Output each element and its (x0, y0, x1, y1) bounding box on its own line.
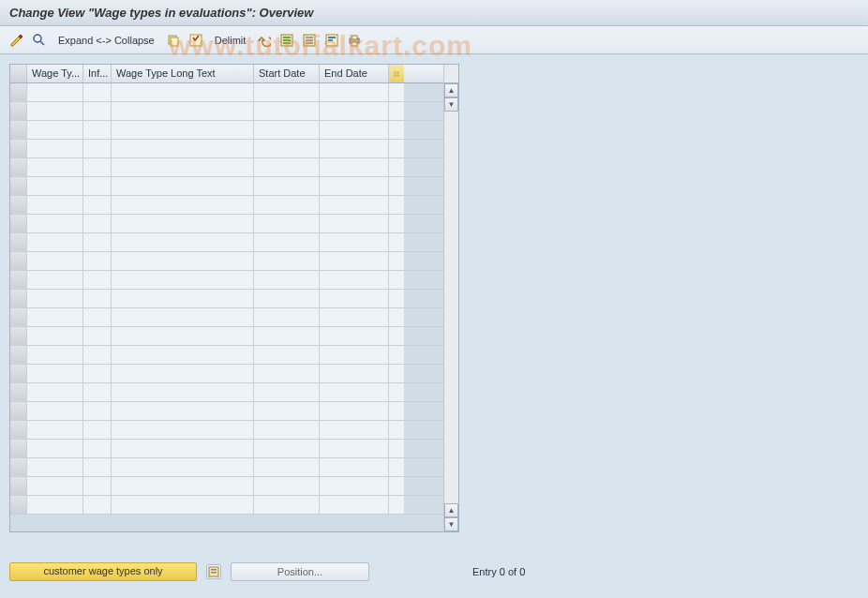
svg-rect-8 (283, 42, 291, 44)
table-row[interactable] (10, 383, 443, 402)
table-row[interactable] (10, 102, 443, 121)
col-header-start-date[interactable]: Start Date (254, 65, 320, 82)
undo-icon[interactable] (255, 31, 274, 50)
svg-rect-11 (306, 39, 313, 41)
table-row[interactable] (10, 215, 443, 233)
table-row[interactable] (10, 177, 443, 196)
svg-rect-18 (352, 42, 357, 46)
col-header-wage-type[interactable]: Wage Ty... (27, 65, 83, 82)
content-area: Wage Ty... Inf... Wage Type Long Text St… (0, 54, 868, 598)
table-row[interactable] (10, 140, 443, 158)
config-icon[interactable] (322, 31, 341, 50)
table-row[interactable] (10, 233, 443, 252)
save-icon[interactable] (187, 31, 205, 50)
col-header-long-text[interactable]: Wage Type Long Text (112, 65, 254, 82)
grid-config-icon[interactable] (389, 65, 404, 82)
toolbar: Expand <-> Collapse Delimit (0, 26, 868, 54)
svg-rect-20 (397, 71, 399, 73)
scroll-up-icon[interactable]: ▲ (444, 83, 458, 97)
col-header-inf[interactable]: Inf... (83, 65, 112, 82)
position-label: Position... (277, 566, 322, 577)
svg-point-0 (34, 35, 41, 42)
find-icon[interactable] (30, 31, 49, 50)
grid-body (10, 83, 443, 515)
table-row[interactable] (10, 346, 443, 365)
scroll-down-bottom-icon[interactable]: ▼ (444, 517, 458, 531)
table-row[interactable] (10, 83, 443, 102)
svg-rect-24 (211, 569, 217, 571)
svg-rect-4 (190, 35, 202, 46)
col-header-end-date[interactable]: End Date (320, 65, 389, 82)
svg-rect-17 (352, 36, 357, 39)
svg-rect-3 (171, 37, 178, 46)
svg-line-1 (40, 41, 44, 45)
svg-rect-25 (211, 572, 217, 574)
svg-rect-21 (395, 74, 397, 76)
scroll-down-icon[interactable]: ▼ (444, 97, 458, 112)
page-title: Change View "Wage types in evaluations":… (0, 0, 868, 26)
table-row[interactable] (10, 496, 443, 515)
delimit-button[interactable]: Delimit (209, 35, 252, 46)
table-row[interactable] (10, 458, 443, 477)
scroll-up-bottom-icon[interactable]: ▲ (444, 503, 458, 517)
svg-rect-12 (306, 42, 313, 44)
table-row[interactable] (10, 327, 443, 346)
vertical-scrollbar[interactable]: ▲ ▼ ▲ ▼ (443, 65, 458, 531)
table-row[interactable] (10, 196, 443, 215)
table-row[interactable] (10, 271, 443, 290)
position-button[interactable]: Position... (231, 562, 369, 581)
svg-rect-22 (397, 74, 399, 76)
svg-rect-7 (283, 39, 291, 41)
table-row[interactable] (10, 252, 443, 271)
copy-icon[interactable] (164, 31, 183, 50)
table-row[interactable] (10, 308, 443, 327)
table-row[interactable] (10, 477, 443, 496)
toggle-change-icon[interactable] (7, 31, 26, 50)
deselect-all-icon[interactable] (300, 31, 319, 50)
grid-header-row: Wage Ty... Inf... Wage Type Long Text St… (10, 65, 443, 83)
table-row[interactable] (10, 365, 443, 383)
position-icon[interactable] (206, 564, 221, 579)
customer-wage-types-button[interactable]: customer wage types only (9, 562, 197, 581)
svg-rect-6 (283, 37, 291, 38)
table-row[interactable] (10, 402, 443, 421)
table-row[interactable] (10, 121, 443, 140)
select-all-icon[interactable] (277, 31, 296, 50)
bottom-bar: customer wage types only Position... Ent… (9, 562, 525, 581)
svg-rect-15 (328, 39, 333, 41)
entry-status: Entry 0 of 0 (472, 566, 525, 577)
grid-header-selector[interactable] (10, 65, 27, 82)
data-grid: Wage Ty... Inf... Wage Type Long Text St… (9, 64, 459, 532)
print-icon[interactable] (345, 31, 364, 50)
table-row[interactable] (10, 440, 443, 458)
svg-rect-10 (306, 37, 313, 38)
table-row[interactable] (10, 290, 443, 308)
table-row[interactable] (10, 421, 443, 440)
expand-collapse-button[interactable]: Expand <-> Collapse (52, 35, 160, 46)
table-row[interactable] (10, 158, 443, 177)
svg-rect-19 (395, 71, 397, 73)
svg-rect-14 (328, 37, 336, 38)
